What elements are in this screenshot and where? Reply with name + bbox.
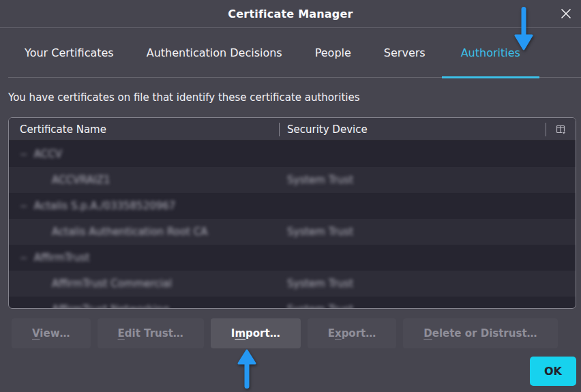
certificate-group-name: ACCV: [34, 148, 62, 160]
column-header-security-device[interactable]: Security Device: [287, 123, 368, 136]
table-row[interactable]: −ACCV: [9, 141, 576, 167]
edit-trust-button: Edit Trust…: [98, 318, 204, 348]
view-button: View…: [12, 318, 91, 348]
titlebar: Certificate Manager: [0, 0, 581, 28]
delete-or-distrust-button: Delete or Distrust…: [403, 318, 557, 348]
security-device: System Trust: [287, 226, 353, 238]
tab-authentication-decisions[interactable]: Authentication Decisions: [130, 28, 299, 78]
certificate-name: ACCVRAIZ1: [52, 174, 110, 186]
collapse-minus-icon[interactable]: −: [20, 149, 28, 160]
export-button: Export…: [308, 318, 397, 348]
certificate-name: AffirmTrust Networking: [52, 303, 169, 309]
certificate-group-name: Actalis S.p.A./03358520967: [34, 200, 176, 212]
table-body: −ACCV ACCVRAIZ1 System Trust −Actalis S.…: [9, 141, 576, 309]
close-icon[interactable]: [558, 6, 573, 21]
tab-people[interactable]: People: [299, 28, 368, 78]
ok-button[interactable]: OK: [530, 357, 576, 386]
arrow-up-icon: [235, 349, 258, 390]
description-text: You have certificates on file that ident…: [8, 91, 573, 104]
dialog-title: Certificate Manager: [228, 7, 353, 20]
import-button[interactable]: Import…: [211, 318, 301, 348]
security-device: System Trust: [287, 303, 353, 309]
table-row[interactable]: ACCVRAIZ1 System Trust: [9, 167, 576, 193]
collapse-minus-icon[interactable]: −: [20, 200, 28, 211]
table-row[interactable]: −AffirmTrust: [9, 245, 576, 271]
table-row[interactable]: −Actalis S.p.A./03358520967: [9, 193, 576, 219]
column-header-certificate-name[interactable]: Certificate Name: [9, 123, 106, 136]
collapse-minus-icon[interactable]: −: [20, 252, 28, 263]
column-picker-icon[interactable]: [546, 118, 576, 140]
table-header: Certificate Name Security Device: [9, 118, 576, 141]
certificates-table: Certificate Name Security Device −ACCV A…: [8, 117, 576, 309]
security-device: System Trust: [287, 277, 353, 290]
tab-servers[interactable]: Servers: [368, 28, 442, 78]
certificate-name: AffirmTrust Commercial: [52, 277, 172, 290]
table-row[interactable]: AffirmTrust Commercial System Trust: [9, 271, 576, 297]
tab-your-certificates[interactable]: Your Certificates: [8, 28, 130, 78]
arrow-down-icon: [512, 5, 535, 50]
tab-bar: Your Certificates Authentication Decisio…: [0, 28, 581, 78]
certificate-group-name: AffirmTrust: [34, 252, 90, 264]
action-button-row: View… Edit Trust… Import… Export… Delete…: [12, 318, 558, 348]
certificate-name: Actalis Authentication Root CA: [52, 226, 208, 238]
column-divider: [279, 123, 280, 136]
table-row[interactable]: Actalis Authentication Root CA System Tr…: [9, 219, 576, 245]
table-row[interactable]: AffirmTrust Networking System Trust: [9, 297, 576, 309]
security-device: System Trust: [287, 174, 353, 186]
